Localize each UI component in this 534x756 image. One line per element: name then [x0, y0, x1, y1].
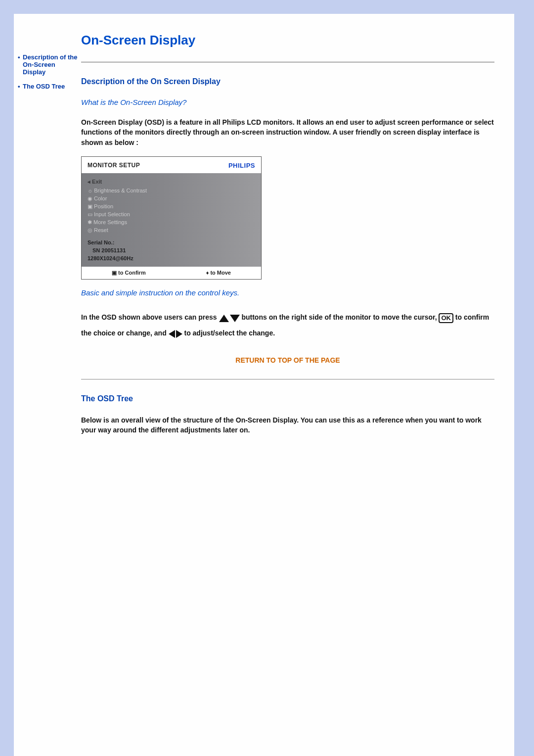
- divider-top: [81, 62, 494, 62]
- osd-menu-more: ✱ More Settings: [88, 219, 255, 227]
- osd-serial-label: Serial No.:: [88, 239, 255, 247]
- osd-menu-position: ▣ Position: [88, 203, 255, 211]
- osd-menu-brightness: ☼ Brightness & Contrast: [88, 187, 255, 195]
- section-heading-description: Description of the On Screen Display: [81, 77, 494, 86]
- page-container: Description of the On-Screen Display The…: [14, 14, 514, 756]
- return-to-top[interactable]: RETURN TO TOP OF THE PAGE: [81, 356, 494, 364]
- divider-mid: [81, 379, 494, 379]
- osd-move-hint: ♦ to Move: [206, 270, 231, 276]
- osd-menu: ◂ Exit ☼ Brightness & Contrast ◉ Color ▣…: [82, 173, 261, 267]
- sidebar-list: Description of the On-Screen Display The…: [18, 53, 78, 90]
- arrow-left-icon: [169, 326, 175, 341]
- instr-part-1: In the OSD shown above users can press: [81, 313, 217, 321]
- osd-menu-exit: ◂ Exit: [88, 178, 255, 186]
- main-content: On-Screen Display Description of the On …: [78, 14, 514, 756]
- tree-paragraph: Below is an overall view of the structur…: [81, 415, 494, 435]
- sidebar-link-osd-tree[interactable]: The OSD Tree: [23, 83, 65, 90]
- osd-menu-color: ◉ Color: [88, 195, 255, 203]
- osd-screenshot: MONITOR SETUP PHILIPS ◂ Exit ☼ Brightnes…: [81, 156, 262, 280]
- instructions-paragraph: In the OSD shown above users can press b…: [81, 310, 494, 341]
- instr-part-4: to adjust/select the change.: [184, 329, 275, 337]
- return-link[interactable]: RETURN TO TOP OF THE PAGE: [235, 356, 340, 364]
- question-text: What is the On-Screen Display?: [81, 98, 494, 106]
- osd-brand-logo: PHILIPS: [228, 162, 255, 169]
- osd-menu-reset: ◎ Reset: [88, 227, 255, 235]
- arrow-up-icon: [219, 310, 229, 326]
- sidebar-link-description[interactable]: Description of the On-Screen Display: [23, 53, 78, 76]
- intro-paragraph: On-Screen Display (OSD) is a feature in …: [81, 117, 494, 147]
- osd-title: MONITOR SETUP: [88, 162, 140, 169]
- osd-header: MONITOR SETUP PHILIPS: [82, 157, 261, 173]
- osd-menu-input: ▭ Input Selection: [88, 211, 255, 219]
- sidebar-item-osd-tree[interactable]: The OSD Tree: [18, 83, 78, 90]
- caption-text: Basic and simple instruction on the cont…: [81, 288, 494, 297]
- arrow-right-icon: [175, 326, 182, 341]
- arrow-down-icon: [229, 310, 240, 326]
- section-heading-tree: The OSD Tree: [81, 394, 494, 403]
- ok-button-icon: OK: [439, 313, 453, 323]
- osd-serial-value: SN 20051131: [92, 247, 255, 255]
- osd-confirm-hint: ▣ to Confirm: [112, 270, 146, 276]
- osd-serial-block: Serial No.: SN 20051131 1280X1024@60Hz: [88, 239, 255, 263]
- sidebar: Description of the On-Screen Display The…: [14, 14, 78, 756]
- instr-part-2: buttons on the right side of the monitor…: [241, 313, 437, 321]
- page-title: On-Screen Display: [81, 33, 494, 48]
- sidebar-item-description[interactable]: Description of the On-Screen Display: [18, 53, 78, 76]
- osd-resolution: 1280X1024@60Hz: [88, 255, 255, 263]
- osd-footer: ▣ to Confirm ♦ to Move: [82, 267, 261, 279]
